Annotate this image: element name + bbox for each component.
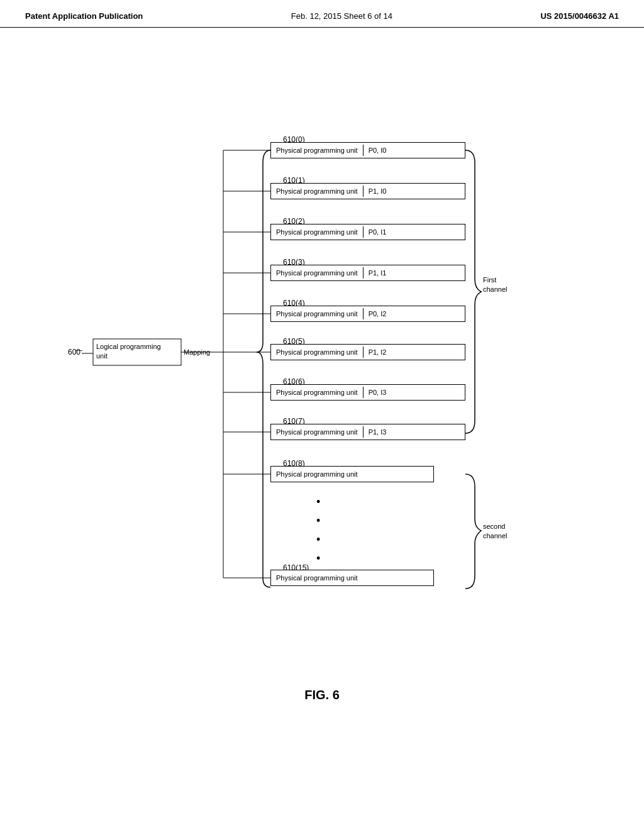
svg-text:second: second [483, 523, 505, 530]
ppu-label-2: Physical programming unit [271, 226, 364, 238]
ppu-box-5: Physical programming unit P1, I2 [270, 344, 465, 360]
ppu-label-5: Physical programming unit [271, 346, 364, 358]
ppu-box-0: Physical programming unit P0, I0 [270, 142, 465, 158]
header-right: US 2015/0046632 A1 [540, 11, 619, 21]
ppu-port-1: P1, I0 [364, 185, 392, 197]
ppu-label-6: Physical programming unit [271, 387, 364, 398]
ppu-port-2: P0, I1 [364, 226, 392, 238]
ppu-port-0: P0, I0 [364, 145, 392, 156]
ppu-label-7: Physical programming unit [271, 426, 364, 438]
ppu-box-4: Physical programming unit P0, I2 [270, 306, 465, 322]
ppu-box-6: Physical programming unit P0, I3 [270, 384, 465, 401]
ppu-box-8: Physical programming unit [270, 466, 434, 482]
svg-text:•: • [316, 552, 320, 565]
ppu-box-7: Physical programming unit P1, I3 [270, 424, 465, 440]
ppu-port-4: P0, I2 [364, 308, 392, 319]
ppu-label-3: Physical programming unit [271, 267, 364, 279]
ppu-label-15: Physical programming unit [271, 572, 363, 584]
ppu-label-8: Physical programming unit [271, 468, 363, 480]
svg-text:Logical programming: Logical programming [96, 343, 161, 350]
ppu-box-15: Physical programming unit [270, 570, 434, 586]
figure-caption: FIG. 6 [0, 688, 644, 702]
svg-text:channel: channel [483, 285, 508, 293]
ppu-port-5: P1, I2 [364, 346, 392, 358]
ppu-label-4: Physical programming unit [271, 308, 364, 319]
header-center: Feb. 12, 2015 Sheet 6 of 14 [291, 11, 392, 21]
svg-text:•: • [316, 495, 320, 508]
ppu-box-1: Physical programming unit P1, I0 [270, 183, 465, 199]
ppu-label-1: Physical programming unit [271, 185, 364, 197]
ppu-label-0: Physical programming unit [271, 145, 364, 156]
ppu-port-3: P1, I1 [364, 267, 392, 279]
svg-text:channel: channel [483, 532, 508, 540]
svg-text:•: • [316, 514, 320, 527]
diagram-area: Logical programming unit 600 — Mapping [0, 28, 644, 782]
ppu-port-7: P1, I3 [364, 426, 392, 438]
header-left: Patent Application Publication [25, 11, 143, 21]
ppu-box-3: Physical programming unit P1, I1 [270, 265, 465, 281]
svg-text:—: — [75, 346, 82, 353]
page-header: Patent Application Publication Feb. 12, … [0, 0, 644, 28]
svg-text:•: • [316, 533, 320, 546]
svg-text:unit: unit [96, 352, 108, 360]
svg-text:First: First [483, 276, 496, 284]
ppu-port-6: P0, I3 [364, 387, 392, 398]
ppu-box-2: Physical programming unit P0, I1 [270, 224, 465, 240]
